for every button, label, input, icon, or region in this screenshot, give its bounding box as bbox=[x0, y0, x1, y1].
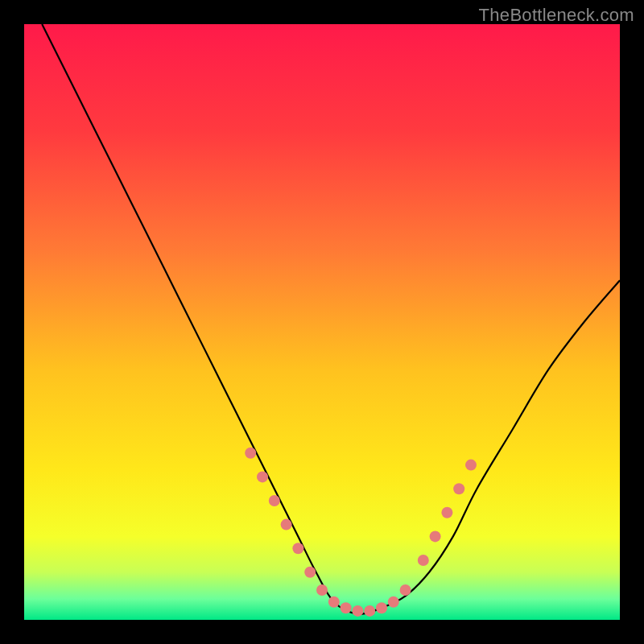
highlight-dot bbox=[257, 471, 268, 482]
highlight-dot bbox=[430, 530, 441, 542]
highlight-dot bbox=[292, 543, 303, 554]
highlight-dot bbox=[453, 483, 464, 494]
highlight-dot bbox=[328, 597, 340, 608]
highlight-dot bbox=[269, 495, 280, 506]
highlight-dot bbox=[316, 584, 328, 596]
highlight-dot bbox=[388, 597, 399, 608]
watermark-text: TheBottleneck.com bbox=[479, 5, 634, 26]
highlight-dot bbox=[400, 584, 411, 596]
plot-area bbox=[24, 24, 620, 620]
gradient-background bbox=[24, 24, 620, 620]
highlight-dot bbox=[352, 605, 363, 617]
highlight-dot bbox=[281, 519, 292, 530]
highlight-dot bbox=[304, 567, 316, 578]
highlight-dot bbox=[341, 602, 352, 613]
highlight-dot bbox=[376, 602, 387, 613]
highlight-dot bbox=[441, 507, 452, 518]
highlight-dot bbox=[245, 448, 256, 459]
highlight-dot bbox=[418, 555, 429, 566]
highlight-dot bbox=[364, 605, 375, 617]
bottleneck-chart bbox=[24, 24, 620, 620]
highlight-dot bbox=[465, 460, 477, 471]
